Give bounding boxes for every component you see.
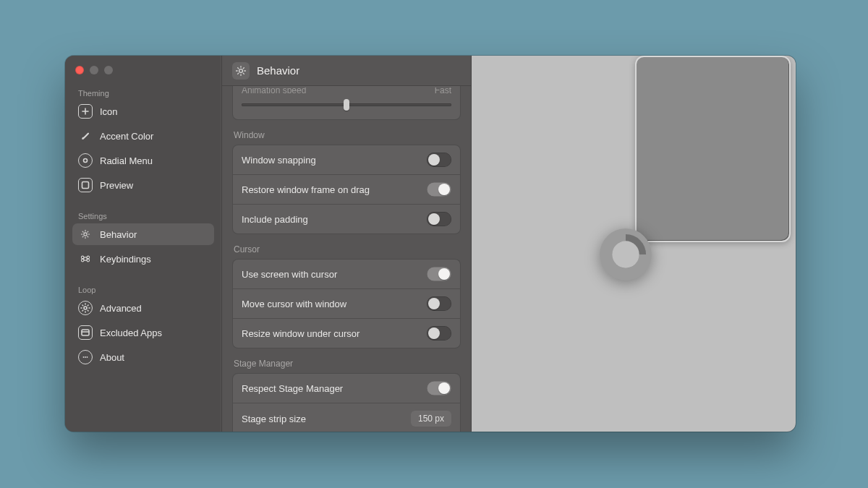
animation-speed-slider[interactable] <box>242 99 451 111</box>
group-label-cursor: Cursor <box>232 234 461 259</box>
use-screen-cursor-toggle[interactable] <box>427 267 451 281</box>
sidebar-item-label: About <box>100 352 124 363</box>
include-padding-label: Include padding <box>242 214 308 225</box>
svg-rect-1 <box>82 182 89 189</box>
use-screen-cursor-label: Use screen with cursor <box>242 269 337 280</box>
svg-point-0 <box>84 159 88 163</box>
respect-stage-row: Respect Stage Manager <box>233 374 460 403</box>
zoom-window-button[interactable] <box>104 66 113 74</box>
svg-point-8 <box>239 69 243 72</box>
gear-icon <box>78 227 93 241</box>
sidebar-item-label: Preview <box>100 180 133 191</box>
restore-frame-row: Restore window frame on drag <box>233 174 460 204</box>
sidebar-item-accent-color[interactable]: Accent Color <box>72 125 214 147</box>
respect-stage-label: Respect Stage Manager <box>242 383 343 394</box>
move-cursor-row: Move cursor with window <box>233 288 460 318</box>
app-icon-icon <box>78 104 93 119</box>
settings-window: Theming Icon Accent Color Radial Menu Pr… <box>65 56 796 432</box>
excluded-apps-icon <box>78 325 93 340</box>
resize-under-cursor-label: Resize window under cursor <box>242 328 359 339</box>
close-window-button[interactable] <box>75 66 84 74</box>
sidebar-item-about[interactable]: About <box>72 346 214 368</box>
sidebar-item-icon[interactable]: Icon <box>72 100 214 122</box>
svg-point-6 <box>85 356 86 358</box>
use-screen-cursor-row: Use screen with cursor <box>233 260 460 288</box>
svg-point-10 <box>612 241 639 267</box>
stage-strip-value[interactable]: 150 px <box>411 411 451 427</box>
svg-point-7 <box>87 356 88 358</box>
panel-header: Behavior <box>222 56 471 86</box>
stage-strip-row: Stage strip size 150 px <box>233 403 460 427</box>
advanced-gear-icon <box>78 301 93 315</box>
window-traffic-lights <box>72 64 214 85</box>
preview-pane <box>472 56 796 432</box>
move-cursor-toggle[interactable] <box>427 296 451 311</box>
sidebar-item-label: Keybindings <box>100 254 151 265</box>
sidebar-item-keybindings[interactable]: Keybindings <box>72 248 214 270</box>
sidebar-item-excluded-apps[interactable]: Excluded Apps <box>72 322 214 343</box>
radial-menu-preview-icon <box>597 226 654 283</box>
svg-rect-4 <box>82 330 89 335</box>
svg-point-3 <box>84 307 87 309</box>
include-padding-row: Include padding <box>233 204 460 234</box>
minimize-window-button[interactable] <box>90 66 98 74</box>
sidebar-item-label: Icon <box>100 106 118 117</box>
sidebar-section-theming: Theming <box>72 85 214 100</box>
sidebar-item-preview[interactable]: Preview <box>72 174 214 196</box>
sidebar: Theming Icon Accent Color Radial Menu Pr… <box>65 56 222 432</box>
resize-under-cursor-toggle[interactable] <box>427 326 451 341</box>
sidebar-item-behavior[interactable]: Behavior <box>72 223 214 245</box>
window-snapping-row: Window snapping <box>233 145 460 174</box>
preview-icon <box>78 178 93 192</box>
group-label-window: Window <box>232 120 461 145</box>
sidebar-item-label: Behavior <box>100 229 137 240</box>
svg-point-5 <box>83 356 85 358</box>
cursor-group: Use screen with cursor Move cursor with … <box>232 259 461 348</box>
stage-group: Respect Stage Manager Stage strip size 1… <box>232 373 461 432</box>
sidebar-item-label: Radial Menu <box>100 155 153 166</box>
command-icon <box>78 252 93 266</box>
panel-content[interactable]: Animation speed Fast Window Window snapp… <box>222 86 471 432</box>
window-snapping-label: Window snapping <box>242 155 316 166</box>
restore-frame-label: Restore window frame on drag <box>242 184 370 195</box>
stage-strip-label: Stage strip size <box>242 414 306 424</box>
preview-window-thumbnail <box>635 56 791 242</box>
sidebar-item-radial-menu[interactable]: Radial Menu <box>72 150 214 171</box>
svg-point-2 <box>84 233 87 236</box>
gear-icon <box>232 62 250 80</box>
panel-title: Behavior <box>257 64 299 77</box>
animation-speed-card: Animation speed Fast <box>232 86 461 120</box>
group-label-stage: Stage Manager <box>232 348 461 373</box>
brush-icon <box>78 129 93 143</box>
window-snapping-toggle[interactable] <box>427 153 451 167</box>
respect-stage-toggle[interactable] <box>427 381 451 395</box>
sidebar-section-settings: Settings <box>72 207 214 223</box>
sidebar-item-label: Advanced <box>100 303 142 314</box>
sidebar-item-advanced[interactable]: Advanced <box>72 297 214 319</box>
animation-speed-value: Fast <box>435 87 451 93</box>
sidebar-section-loop: Loop <box>72 281 214 297</box>
sidebar-item-label: Accent Color <box>100 131 153 142</box>
target-icon <box>78 153 93 168</box>
include-padding-toggle[interactable] <box>427 212 451 226</box>
window-group: Window snapping Restore window frame on … <box>232 145 461 234</box>
settings-panel: Behavior Animation speed Fast Window Win… <box>222 56 472 432</box>
animation-speed-label: Animation speed <box>242 87 306 93</box>
restore-frame-toggle[interactable] <box>427 182 451 197</box>
resize-under-cursor-row: Resize window under cursor <box>233 318 460 348</box>
chat-bubble-icon <box>78 350 93 364</box>
sidebar-item-label: Excluded Apps <box>100 328 162 338</box>
move-cursor-label: Move cursor with window <box>242 299 346 309</box>
